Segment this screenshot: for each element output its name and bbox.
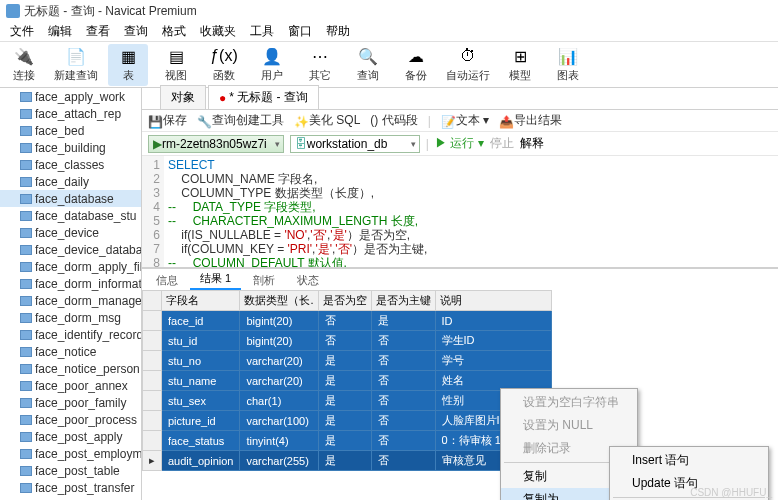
sidebar-item[interactable]: face_device [0,224,141,241]
cell[interactable]: 否 [371,371,435,391]
sidebar-item[interactable]: face_post_employment [0,445,141,462]
toolbar-表[interactable]: ▦表 [108,44,148,86]
cell[interactable]: 是 [318,431,371,451]
column-header[interactable]: 是否为空 [318,291,371,311]
row-header[interactable] [143,431,162,451]
column-header[interactable]: 说明 [435,291,551,311]
cell[interactable]: varchar(20) [240,351,318,371]
tab[interactable]: ●* 无标题 - 查询 [208,85,319,109]
cell[interactable]: face_status [162,431,240,451]
toolbar-查询[interactable]: 🔍查询 [348,44,388,86]
sql-editor[interactable]: 123456789 SELECT COLUMN_NAME 字段名, COLUMN… [142,156,778,268]
menu-item[interactable]: Insert 语句 [610,449,768,472]
toolbar-自动运行[interactable]: ⏱自动运行 [444,44,492,86]
sidebar-item[interactable]: face_record_workstudy [0,496,141,500]
cell[interactable]: 否 [371,391,435,411]
sidebar-item[interactable]: face_poor_process [0,411,141,428]
sidebar-item[interactable]: face_daily [0,173,141,190]
sidebar-item[interactable]: face_post_apply [0,428,141,445]
cell[interactable]: varchar(100) [240,411,318,431]
sidebar-item[interactable]: face_bed [0,122,141,139]
code-area[interactable]: SELECT COLUMN_NAME 字段名, COLUMN_TYPE 数据类型… [164,156,778,267]
cell[interactable]: varchar(255) [240,451,318,471]
row-header[interactable] [143,371,162,391]
toolbar-连接[interactable]: 🔌连接 [4,44,44,86]
cell[interactable]: 学号 [435,351,551,371]
cell[interactable]: char(1) [240,391,318,411]
result-tab[interactable]: 剖析 [243,271,285,290]
sidebar-item[interactable]: face_dorm_manager [0,292,141,309]
sidebar-item[interactable]: face_attach_rep [0,105,141,122]
database-select[interactable]: 🗄 workstation_db [290,135,420,153]
run-button[interactable]: ▶ 运行 ▾ [435,135,484,152]
menu-item[interactable]: 收藏夹 [194,21,242,42]
toolbar-备份[interactable]: ☁备份 [396,44,436,86]
cell[interactable]: stu_name [162,371,240,391]
menu-item[interactable]: 查看 [80,21,116,42]
sidebar-item[interactable]: face_identify_record [0,326,141,343]
sidebar-item[interactable]: face_post_transfer [0,479,141,496]
menu-item[interactable]: 窗口 [282,21,318,42]
menu-item[interactable]: 工具 [244,21,280,42]
row-header[interactable] [143,411,162,431]
cell[interactable]: 是 [318,351,371,371]
sidebar-item[interactable]: face_notice_person [0,360,141,377]
text-mode-button[interactable]: 📝文本 ▾ [441,112,489,129]
menu-item[interactable]: 帮助 [320,21,356,42]
explain-button[interactable]: 解释 [520,135,544,152]
sidebar-item[interactable]: face_post_table [0,462,141,479]
cell[interactable]: face_id [162,311,240,331]
sidebar-item[interactable]: face_notice [0,343,141,360]
sidebar-item[interactable]: face_device_database [0,241,141,258]
toolbar-用户[interactable]: 👤用户 [252,44,292,86]
menu-item[interactable]: 查询 [118,21,154,42]
toolbar-新建查询[interactable]: 📄新建查询 [52,44,100,86]
cell[interactable]: audit_opinion [162,451,240,471]
query-builder-button[interactable]: 🔧查询创建工具 [197,112,284,129]
server-select[interactable]: ▶ rm-2zetn83n05wz7i [148,135,284,153]
cell[interactable]: 学生ID [435,331,551,351]
cell[interactable]: picture_id [162,411,240,431]
cell[interactable]: 是 [318,371,371,391]
toolbar-模型[interactable]: ⊞模型 [500,44,540,86]
sidebar-item[interactable]: face_dorm_msg [0,309,141,326]
cell[interactable]: 否 [318,311,371,331]
row-header[interactable] [143,391,162,411]
cell[interactable]: 否 [371,431,435,451]
result-tab[interactable]: 结果 1 [190,269,241,290]
sidebar[interactable]: face_apply_workface_attach_repface_bedfa… [0,88,142,500]
column-header[interactable]: 是否为主键 [371,291,435,311]
cell[interactable]: 是 [371,311,435,331]
cell[interactable]: stu_sex [162,391,240,411]
cell[interactable]: 是 [318,411,371,431]
menu-item[interactable]: 格式 [156,21,192,42]
sidebar-item[interactable]: face_poor_family [0,394,141,411]
cell[interactable]: 否 [318,331,371,351]
row-header[interactable] [143,311,162,331]
cell[interactable]: 否 [371,451,435,471]
sidebar-item[interactable]: face_dorm_apply_file [0,258,141,275]
row-header[interactable] [143,331,162,351]
cell[interactable]: tinyint(4) [240,431,318,451]
cell[interactable]: 是 [318,391,371,411]
beautify-sql-button[interactable]: ✨美化 SQL [294,112,360,129]
toolbar-其它[interactable]: ⋯其它 [300,44,340,86]
row-header[interactable]: ▸ [143,451,162,471]
cell[interactable]: 否 [371,351,435,371]
tab[interactable]: 对象 [160,85,206,109]
cell[interactable]: stu_no [162,351,240,371]
save-button[interactable]: 💾保存 [148,112,187,129]
menu-item[interactable]: 编辑 [42,21,78,42]
export-button[interactable]: 📤导出结果 [499,112,562,129]
toolbar-函数[interactable]: ƒ(x)函数 [204,44,244,86]
sidebar-item[interactable]: face_dorm_information [0,275,141,292]
code-snippet-button[interactable]: () 代码段 [370,112,417,129]
row-header[interactable] [143,351,162,371]
sidebar-item[interactable]: face_poor_annex [0,377,141,394]
cell[interactable]: 是 [318,451,371,471]
cell[interactable]: ID [435,311,551,331]
cell[interactable]: bigint(20) [240,311,318,331]
sidebar-item[interactable]: face_building [0,139,141,156]
cell[interactable]: 否 [371,411,435,431]
result-tab[interactable]: 信息 [146,271,188,290]
